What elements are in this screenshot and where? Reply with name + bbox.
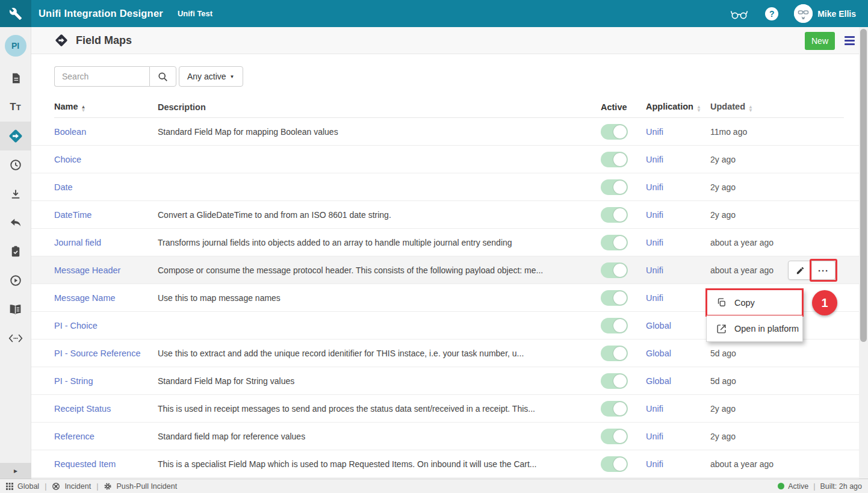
table-row[interactable]: Choice Unifi 2y ago xyxy=(31,146,868,173)
row-context-menu: Copy Open in platform xyxy=(706,289,803,342)
menu-item-open-in-platform[interactable]: Open in platform xyxy=(707,315,802,341)
sidebar-item-downloads[interactable] xyxy=(0,179,31,208)
application-link[interactable]: Unifi xyxy=(646,127,663,137)
new-button[interactable]: New xyxy=(805,32,835,50)
sort-icon: ▲▼ xyxy=(748,105,753,113)
active-toggle[interactable] xyxy=(601,235,628,250)
more-options-button[interactable]: ··· xyxy=(812,261,835,279)
application-link[interactable]: Unifi xyxy=(646,404,663,414)
active-toggle[interactable] xyxy=(601,373,628,389)
field-map-name-link[interactable]: DateTime xyxy=(54,210,91,220)
instance-avatar[interactable]: PI xyxy=(5,35,26,57)
active-toggle[interactable] xyxy=(601,429,628,444)
active-filter-dropdown[interactable]: Any active ▼ xyxy=(179,66,243,87)
application-link[interactable]: Global xyxy=(646,349,671,358)
field-map-name-link[interactable]: Receipt Status xyxy=(54,404,111,414)
active-toggle[interactable] xyxy=(601,262,628,278)
table-row[interactable]: Boolean Standard Field Map for mapping B… xyxy=(31,118,868,146)
application-link[interactable]: Unifi xyxy=(646,155,663,164)
application-link[interactable]: Unifi xyxy=(646,459,663,469)
help-icon[interactable]: ? xyxy=(765,7,778,20)
table-row[interactable]: Journal field Transforms journal fields … xyxy=(31,229,868,256)
field-map-name-link[interactable]: Reference xyxy=(54,432,95,441)
active-toggle[interactable] xyxy=(601,346,628,361)
active-toggle[interactable] xyxy=(601,318,628,333)
toggle-knob xyxy=(613,430,627,443)
application-link[interactable]: Unifi xyxy=(646,182,663,192)
sidebar-item-responses[interactable] xyxy=(0,208,31,237)
field-map-name-link[interactable]: Choice xyxy=(54,155,81,164)
application-label[interactable]: Incident xyxy=(64,482,91,491)
search-button[interactable] xyxy=(149,66,176,87)
sidebar-item-scripts[interactable] xyxy=(0,324,31,353)
column-header-application[interactable]: Application▲▼ xyxy=(646,102,710,113)
sidebar-item-documents[interactable] xyxy=(0,64,31,93)
application-link[interactable]: Global xyxy=(646,321,671,330)
sidebar-item-documentation[interactable] xyxy=(0,295,31,324)
field-map-name-link[interactable]: Requested Item xyxy=(54,459,116,469)
field-map-name-link[interactable]: Date xyxy=(54,182,73,192)
user-name[interactable]: Mike Ellis xyxy=(817,9,856,19)
sidebar-item-tasks[interactable] xyxy=(0,237,31,266)
table-row[interactable]: DateTime Convert a GlideDateTime to and … xyxy=(31,201,868,229)
application-link[interactable]: Unifi xyxy=(646,210,663,220)
separator: | xyxy=(96,482,98,491)
search-icon xyxy=(158,72,168,82)
vertical-scrollbar xyxy=(859,27,868,479)
active-toggle[interactable] xyxy=(601,401,628,417)
table-row[interactable]: Receipt Status This is used in receipt m… xyxy=(31,395,868,423)
column-header-name[interactable]: Name▲▼ xyxy=(54,102,158,113)
menu-item-copy[interactable]: Copy xyxy=(707,290,802,315)
separator: | xyxy=(813,482,815,491)
field-map-description: This is used in receipt messages to send… xyxy=(158,404,601,414)
active-toggle[interactable] xyxy=(601,124,628,140)
application-link[interactable]: Unifi xyxy=(646,293,663,303)
sidebar-item-run[interactable] xyxy=(0,266,31,295)
field-maps-diamond-icon xyxy=(54,33,69,48)
scrollbar-thumb[interactable] xyxy=(860,29,867,342)
sidebar-collapse-button[interactable]: ▸ xyxy=(0,463,31,479)
table-row[interactable]: PI - String Standard Field Map for Strin… xyxy=(31,367,868,395)
integration-label[interactable]: Push-Pull Incident xyxy=(116,482,177,491)
sidebar-item-field-maps[interactable] xyxy=(0,122,31,150)
application-link[interactable]: Unifi xyxy=(646,432,663,441)
menu-hamburger-icon[interactable] xyxy=(845,36,855,45)
ellipsis-icon: ··· xyxy=(818,265,829,276)
toggle-knob xyxy=(613,264,627,277)
field-map-name-link[interactable]: PI - Choice xyxy=(54,321,98,330)
column-header-updated[interactable]: Updated▲▼ xyxy=(710,102,801,113)
edit-button[interactable] xyxy=(789,261,812,279)
application-link[interactable]: Unifi xyxy=(646,265,663,275)
sidebar-item-fields[interactable]: TT xyxy=(0,93,31,122)
table-row[interactable]: Reference Standard field map for referen… xyxy=(31,423,868,450)
menu-item-label: Open in platform xyxy=(734,324,799,333)
application-link[interactable]: Global xyxy=(646,376,671,386)
table-row[interactable]: Requested Item This is a specialist Fiel… xyxy=(31,450,868,478)
field-map-name-link[interactable]: Message Name xyxy=(54,293,116,303)
pencil-icon xyxy=(796,266,805,275)
field-map-name-link[interactable]: PI - Source Reference xyxy=(54,349,140,358)
user-avatar[interactable] xyxy=(794,4,813,23)
field-map-name-link[interactable]: Boolean xyxy=(54,127,86,137)
table-row[interactable]: Date Unifi 2y ago xyxy=(31,173,868,201)
search-input[interactable] xyxy=(54,66,149,87)
status-bar: Global | Incident | Push-Pull Incident A… xyxy=(0,479,868,493)
field-map-name-link[interactable]: PI - String xyxy=(54,376,93,386)
sidebar-item-history[interactable] xyxy=(0,150,31,179)
app-logo[interactable] xyxy=(0,0,31,27)
table-row[interactable]: PI - Source Reference Use this to extrac… xyxy=(31,340,868,367)
toggle-knob xyxy=(613,319,627,332)
document-icon xyxy=(10,72,22,85)
active-toggle[interactable] xyxy=(601,207,628,223)
scope-label[interactable]: Global xyxy=(17,482,39,491)
field-map-name-link[interactable]: Journal field xyxy=(54,238,101,247)
preview-glasses-icon[interactable] xyxy=(730,8,748,20)
updated-timestamp: about a year ago xyxy=(710,265,801,275)
table-row[interactable]: Message Header Compose or consume the me… xyxy=(31,256,868,284)
active-toggle[interactable] xyxy=(601,152,628,167)
active-toggle[interactable] xyxy=(601,290,628,306)
application-link[interactable]: Unifi xyxy=(646,238,663,247)
active-toggle[interactable] xyxy=(601,456,628,472)
field-map-name-link[interactable]: Message Header xyxy=(54,265,120,275)
active-toggle[interactable] xyxy=(601,179,628,195)
